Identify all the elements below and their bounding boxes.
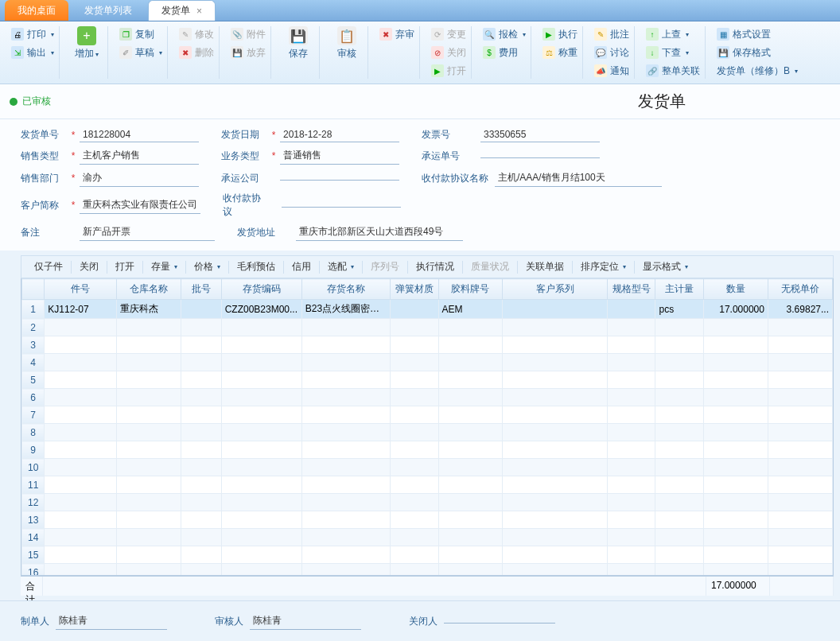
table-row[interactable]: 13 (22, 511, 833, 529)
tb-seq[interactable]: 序列号 (363, 258, 407, 275)
invoice-field[interactable]: 33350655 (480, 127, 600, 142)
notice-button[interactable]: 📣通知 (594, 63, 629, 79)
col-uom[interactable]: 主计量 (655, 279, 704, 300)
customer-label: 客户简称 (21, 199, 67, 212)
fmtsave-button[interactable]: 💾保存格式 (717, 45, 798, 60)
col-qty[interactable]: 数量 (704, 279, 768, 300)
payname-field[interactable]: 主机/AAA/销售月结100天 (495, 169, 662, 187)
col-custseries[interactable]: 客户系列 (503, 279, 607, 300)
payagree-field[interactable] (282, 204, 401, 208)
col-spec[interactable]: 规格型号 (607, 279, 655, 300)
ribbon: 🖨打印▾ ⇲输出▾ +增加▾ ❐复制 ✐草稿▾ ✎修改 ✖删除 📎附件 💾放弃 … (0, 21, 840, 84)
draft-button[interactable]: ✐草稿▾ (119, 45, 162, 60)
tb-open[interactable]: 打开 (107, 258, 142, 275)
inspect-button[interactable]: 🔍报检▾ (483, 26, 526, 42)
shipaddr-field[interactable]: 重庆市北部新区天山大道西段49号 (296, 223, 463, 241)
tb-quality[interactable]: 质量状况 (463, 258, 517, 275)
table-row[interactable]: 11 (22, 476, 833, 494)
col-partno[interactable]: 件号 (45, 279, 117, 300)
tab-desktop[interactable]: 我的桌面 (5, 0, 68, 21)
fee-icon: $ (483, 46, 496, 59)
table-row[interactable]: 14 (22, 529, 833, 546)
edit-button[interactable]: ✎修改 (179, 26, 214, 42)
maker-field[interactable]: 陈桂青 (56, 612, 167, 630)
print-button[interactable]: 🖨打印▾ (11, 26, 54, 42)
col-warehouse[interactable]: 仓库名称 (117, 279, 181, 300)
table-row[interactable]: 9 (22, 441, 833, 459)
close-icon[interactable]: × (196, 6, 202, 17)
closer-field[interactable] (444, 620, 555, 624)
table-row[interactable]: 8 (22, 424, 833, 441)
down-button[interactable]: ↓下查▾ (646, 45, 700, 60)
tb-stock[interactable]: 存量▾ (143, 258, 185, 275)
grid-toolbar: 仅子件 关闭 打开 存量▾ 价格▾ 毛利预估 信用 选配▾ 序列号 执行情况 质… (21, 255, 834, 278)
saledept-label: 销售部门 (21, 172, 67, 185)
exec-button[interactable]: ▶执行 (542, 26, 578, 42)
save-button[interactable]: 💾保存 (282, 26, 314, 60)
col-spring[interactable]: 弹簧材质 (390, 279, 438, 300)
table-row[interactable]: 12 (22, 494, 833, 511)
fmtset-button[interactable]: ▦格式设置 (717, 26, 798, 42)
biztype-field[interactable]: 普通销售 (280, 147, 399, 165)
table-row[interactable]: 6 (22, 389, 833, 406)
approve-button[interactable]: ✎批注 (594, 26, 629, 42)
abandon-button[interactable]: ✖弃审 (379, 26, 414, 42)
tb-sort[interactable]: 排序定位▾ (573, 258, 634, 275)
tb-display[interactable]: 显示格式▾ (635, 258, 696, 275)
export-button[interactable]: ⇲输出▾ (11, 45, 54, 60)
table-row[interactable]: 7 (22, 406, 833, 424)
reviewer-label: 审核人 (215, 615, 243, 628)
shipno-field[interactable]: 181228004 (80, 127, 199, 142)
table-row[interactable]: 3 (22, 336, 833, 354)
review-button[interactable]: 📋审核 (331, 26, 363, 60)
table-row[interactable]: 1KJ112-07重庆科杰CZZ00B23M00...B23点火线圈密封圈AEM… (22, 300, 833, 319)
table-row[interactable]: 15 (22, 546, 833, 564)
discuss-button[interactable]: 💬讨论 (594, 45, 629, 60)
saletype-field[interactable]: 主机客户销售 (80, 147, 199, 165)
carrier-field[interactable] (280, 177, 399, 181)
tab-shipment[interactable]: 发货单 × (148, 0, 216, 21)
customer-field[interactable]: 重庆科杰实业有限责任公司 (80, 196, 200, 214)
tb-related[interactable]: 关联单据 (518, 258, 572, 275)
tb-instrument[interactable]: 仅子件 (26, 258, 71, 275)
tb-match[interactable]: 选配▾ (320, 258, 362, 275)
attach-button[interactable]: 📎附件 (231, 26, 266, 42)
table-row[interactable]: 5 (22, 371, 833, 389)
tab-list[interactable]: 发货单列表 (72, 0, 145, 21)
table-row[interactable]: 2 (22, 319, 833, 336)
col-rubber[interactable]: 胶料牌号 (438, 279, 503, 300)
link-button[interactable]: 🔗整单关联 (646, 63, 700, 79)
shiprepair-button[interactable]: 发货单（维修）B▾ (717, 63, 798, 79)
tb-profit[interactable]: 毛利预估 (229, 258, 283, 275)
up-button[interactable]: ↑上查▾ (646, 26, 700, 42)
table-row[interactable]: 10 (22, 459, 833, 476)
tb-close[interactable]: 关闭 (72, 258, 107, 275)
tb-price[interactable]: 价格▾ (186, 258, 228, 275)
weight-button[interactable]: ⚖称重 (542, 45, 578, 60)
fmtsave-icon: 💾 (717, 46, 729, 59)
saledept-field[interactable]: 渝办 (80, 169, 199, 187)
table-row[interactable]: 4 (22, 354, 833, 371)
reviewer-field[interactable]: 陈桂青 (250, 612, 361, 630)
biztype-label: 业务类型 (221, 150, 267, 163)
tb-credit[interactable]: 信用 (284, 258, 319, 275)
col-invcode[interactable]: 存货编码 (221, 279, 301, 300)
copy-button[interactable]: ❐复制 (119, 26, 162, 42)
remark-field[interactable]: 新产品开票 (80, 223, 215, 241)
close-button[interactable]: ⊘关闭 (431, 45, 466, 60)
fee-button[interactable]: $费用 (483, 45, 526, 60)
add-button[interactable]: +增加▾ (71, 26, 103, 60)
data-grid[interactable]: 件号 仓库名称 批号 存货编码 存货名称 弹簧材质 胶料牌号 客户系列 规格型号… (21, 278, 833, 576)
delete-button[interactable]: ✖删除 (179, 45, 214, 60)
shipdate-field[interactable]: 2018-12-28 (280, 127, 399, 142)
tb-exec[interactable]: 执行情况 (408, 258, 462, 275)
change-button[interactable]: ⟳变更 (431, 26, 466, 42)
open-button[interactable]: ▶打开 (431, 63, 466, 79)
col-price[interactable]: 无税单价 (768, 279, 832, 300)
col-invname[interactable]: 存货名称 (301, 279, 390, 300)
carrierno-field[interactable] (480, 154, 600, 158)
up-icon: ↑ (646, 28, 659, 41)
table-row[interactable]: 16 (22, 564, 833, 577)
release-button[interactable]: 💾放弃 (231, 45, 266, 60)
col-lot[interactable]: 批号 (181, 279, 222, 300)
